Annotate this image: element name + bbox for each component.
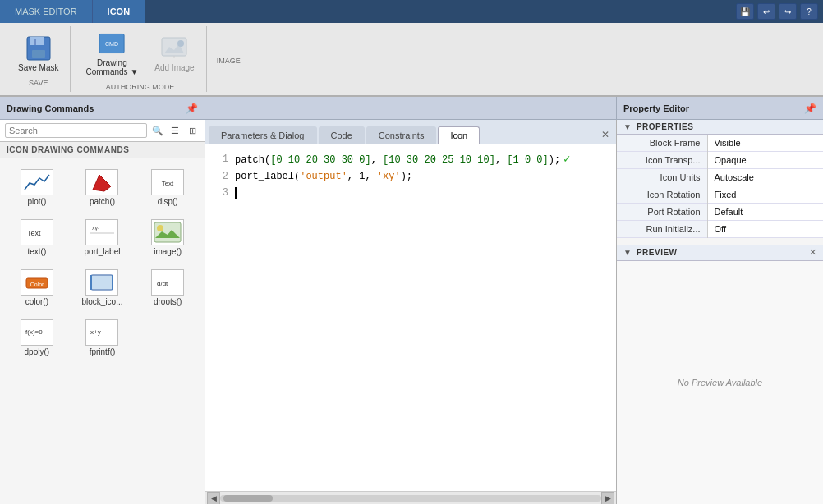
- svg-text:Text: Text: [27, 229, 41, 237]
- prop-label-icon-rotation: Icon Rotation: [617, 186, 707, 204]
- search-icons: 🔍 ☰ ⊞: [150, 123, 200, 138]
- list-item[interactable]: xy› port_label: [71, 213, 135, 262]
- list-view-icon[interactable]: ☰: [168, 123, 182, 138]
- list-item[interactable]: Text text(): [5, 213, 69, 262]
- svg-point-20: [157, 225, 163, 231]
- plot-label: plot(): [27, 197, 46, 206]
- right-panel: ▼ PROPERTIES Block Frame Visible Icon Tr…: [616, 120, 823, 504]
- prop-label-block-frame: Block Frame: [617, 135, 707, 152]
- disp-icon-thumb: Text: [151, 169, 184, 195]
- tab-mask-editor[interactable]: MASK EDITOR: [0, 0, 93, 23]
- prop-row-icon-rotation: Icon Rotation Fixed: [617, 186, 823, 204]
- prop-row-block-frame: Block Frame Visible: [617, 135, 823, 152]
- prop-value-icon-rotation[interactable]: Fixed: [707, 186, 823, 204]
- code-editor[interactable]: 1 patch([0 10 20 30 30 0], [10 30 20 25 …: [205, 144, 616, 491]
- list-item[interactable]: f(x)=0 dpoly(): [5, 314, 69, 362]
- list-item[interactable]: d/dt droots(): [136, 263, 200, 312]
- left-panel: 🔍 ☰ ⊞ ICON DRAWING COMMANDS plot(): [0, 120, 205, 504]
- fprintf-label: fprintf(): [90, 347, 116, 356]
- svg-text:x+y: x+y: [90, 328, 101, 336]
- svg-text:Color: Color: [30, 282, 44, 287]
- add-image-icon: +: [161, 35, 187, 62]
- color-label: color(): [25, 297, 48, 306]
- undo-button[interactable]: ↩: [757, 3, 775, 20]
- scroll-left-arrow[interactable]: ◀: [207, 492, 220, 505]
- svg-text:d/dt: d/dt: [157, 280, 168, 287]
- preview-pin[interactable]: ✕: [809, 247, 816, 258]
- toolbar-group-authoring: CMD DrawingCommands ▼ + Add Image AUTHOR…: [74, 26, 206, 92]
- block-ico-icon-thumb: [85, 269, 118, 296]
- right-panel-header-title: Property Editor: [623, 103, 689, 113]
- text-label: text(): [27, 247, 46, 256]
- prop-value-icon-transp[interactable]: Opaque: [707, 152, 823, 169]
- prop-row-icon-transp: Icon Transp... Opaque: [617, 152, 823, 169]
- tab-constraints[interactable]: Constraints: [366, 126, 437, 144]
- preview-empty-text: No Preview Available: [678, 378, 762, 387]
- svg-rect-19: [154, 222, 181, 242]
- list-item[interactable]: Text disp(): [136, 163, 200, 212]
- save-group-label: SAVE: [29, 79, 48, 87]
- save-top-button[interactable]: 💾: [736, 3, 754, 20]
- svg-text:CMD: CMD: [105, 41, 118, 48]
- dpoly-icon-thumb: f(x)=0: [21, 319, 53, 346]
- line-content-3: [235, 185, 237, 201]
- svg-rect-3: [34, 39, 36, 45]
- save-mask-label: Save Mask: [18, 63, 58, 72]
- center-panel: Parameters & Dialog Code Constraints Ico…: [205, 120, 616, 504]
- redo-button[interactable]: ↪: [779, 3, 797, 20]
- code-line-2: 2 port_label('output', 1, 'xy');: [212, 168, 609, 185]
- save-mask-button[interactable]: Save Mask: [13, 32, 63, 76]
- icon-commands-label: ICON DRAWING COMMANDS: [0, 142, 205, 158]
- drawing-commands-icon: CMD: [99, 30, 125, 57]
- line-content-1: patch([0 10 20 30 30 0], [10 30 20 25 10…: [235, 151, 571, 168]
- drawing-commands-button[interactable]: CMD DrawingCommands ▼: [80, 27, 143, 80]
- scroll-thumb[interactable]: [223, 495, 273, 502]
- tab-code[interactable]: Code: [319, 126, 365, 144]
- tab-icon[interactable]: ICON: [93, 0, 146, 23]
- prop-value-run-init[interactable]: Off: [707, 221, 823, 238]
- toolbar-group-image: IMAGE: [210, 26, 247, 92]
- toolbar-group-save: Save Mask SAVE: [7, 26, 71, 92]
- grid-view-icon[interactable]: ⊞: [185, 123, 200, 138]
- list-item[interactable]: patch(): [71, 163, 135, 212]
- editor-horizontal-scrollbar[interactable]: ◀ ▶: [205, 491, 616, 504]
- search-input[interactable]: [5, 123, 147, 138]
- tab-panel-close[interactable]: ✕: [598, 126, 613, 144]
- list-item[interactable]: block_ico...: [71, 263, 135, 312]
- svg-rect-1: [30, 37, 44, 45]
- right-panel-pin[interactable]: 📌: [804, 103, 816, 114]
- prop-value-port-rotation[interactable]: Default: [707, 204, 823, 221]
- prop-value-icon-units[interactable]: Autoscale: [707, 169, 823, 186]
- code-line-1: 1 patch([0 10 20 30 30 0], [10 30 20 25 …: [212, 151, 609, 168]
- search-icon[interactable]: 🔍: [150, 123, 165, 138]
- scroll-right-arrow[interactable]: ▶: [601, 492, 614, 505]
- tab-parameters[interactable]: Parameters & Dialog: [209, 126, 317, 144]
- image-label: image(): [154, 247, 182, 256]
- icon-grid: plot() patch() Text dis: [0, 158, 205, 367]
- tabs-bar: Parameters & Dialog Code Constraints Ico…: [205, 120, 616, 144]
- scroll-track: [220, 495, 601, 502]
- help-button[interactable]: ?: [800, 3, 818, 20]
- list-item[interactable]: x+y fprintf(): [71, 314, 135, 362]
- list-item[interactable]: plot(): [5, 163, 69, 212]
- main-area: 🔍 ☰ ⊞ ICON DRAWING COMMANDS plot(): [0, 120, 823, 504]
- left-panel-pin[interactable]: 📌: [186, 103, 198, 114]
- drawing-commands-label: DrawingCommands ▼: [85, 58, 138, 76]
- preview-collapse-arrow[interactable]: ▼: [623, 248, 632, 257]
- add-image-label: Add Image: [154, 63, 194, 72]
- list-item[interactable]: Color color(): [5, 263, 69, 312]
- add-image-button[interactable]: + Add Image: [149, 32, 199, 76]
- prop-label-run-init: Run Initializ...: [617, 221, 707, 238]
- line-num-3: 3: [212, 185, 228, 201]
- properties-section-title: PROPERTIES: [637, 122, 693, 131]
- svg-point-7: [177, 40, 184, 47]
- disp-label: disp(): [158, 197, 178, 206]
- list-item[interactable]: image(): [136, 213, 200, 262]
- line-num-2: 2: [212, 168, 228, 185]
- plot-icon-thumb: [21, 169, 53, 195]
- properties-collapse-arrow[interactable]: ▼: [623, 122, 632, 131]
- tab-icon[interactable]: Icon: [438, 126, 480, 144]
- image-icon-thumb: [151, 219, 184, 245]
- prop-value-block-frame[interactable]: Visible: [707, 135, 823, 152]
- block-ico-label: block_ico...: [81, 297, 122, 306]
